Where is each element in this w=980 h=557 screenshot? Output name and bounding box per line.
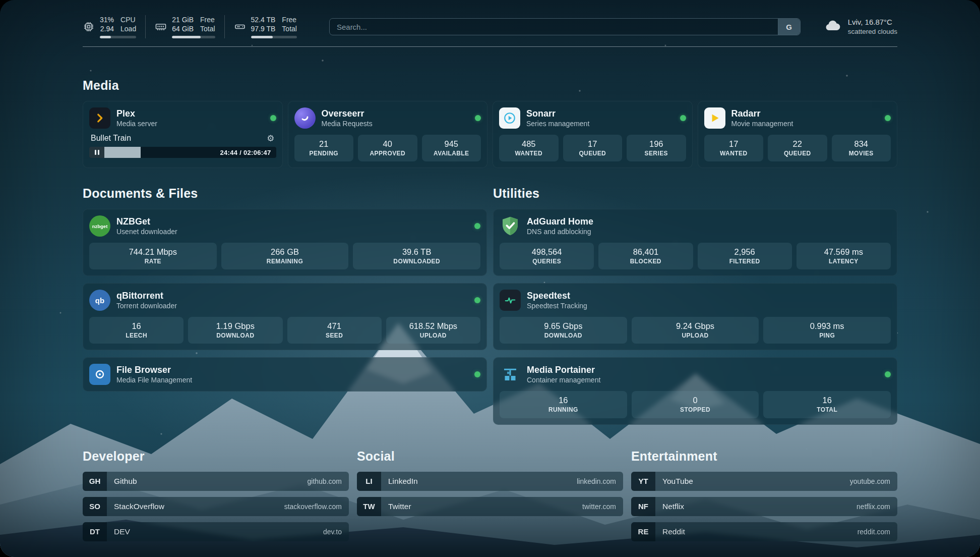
dashboard-window: 31% 2.94 CPU Load <box>0 0 980 557</box>
bookmark-abbr: YT <box>631 472 655 491</box>
section-title-documents: Documents & Files <box>83 186 487 201</box>
filebrowser-status-dot <box>474 371 480 377</box>
bookmark-abbr: TW <box>357 497 381 516</box>
ram-icon <box>155 21 167 33</box>
bookmark-name: Reddit <box>655 527 685 536</box>
overseerr-status-dot <box>475 115 481 121</box>
bookmark-abbr: SO <box>83 497 107 516</box>
app-subtitle-plex: Media server <box>116 120 157 129</box>
sonarr-status-dot <box>680 115 686 121</box>
app-name-nzbget: NZBGet <box>116 216 177 228</box>
bookmark-abbr: RE <box>631 522 655 541</box>
disk-icon <box>234 21 246 33</box>
bookmark-dev[interactable]: DT DEV dev.to <box>83 522 349 541</box>
stat-tile: 16TOTAL <box>763 391 891 418</box>
app-subtitle-sonarr: Series management <box>526 120 589 129</box>
adguard-icon <box>500 215 521 237</box>
bookmark-github[interactable]: GH Github github.com <box>83 472 349 491</box>
app-card-nzbget[interactable]: nzbget NZBGet Usenet downloader 744.21 M… <box>83 209 487 276</box>
app-card-radarr[interactable]: Radarr Movie management 17WANTED 22QUEUE… <box>698 101 898 168</box>
app-card-plex[interactable]: Plex Media server Bullet Train ⚙ <box>83 101 283 168</box>
portainer-icon <box>500 364 521 385</box>
app-card-speedtest[interactable]: Speedtest Speedtest Tracking 9.65 GbpsDO… <box>493 283 897 350</box>
gear-icon[interactable]: ⚙ <box>267 134 274 143</box>
header-divider <box>83 46 897 47</box>
search-bar: G <box>329 18 801 35</box>
disk-widget: 52.4 TB 97.9 TB Free Total <box>224 15 306 38</box>
stat-tile: 834MOVIES <box>832 135 891 161</box>
app-name-plex: Plex <box>116 108 157 120</box>
disk-free-value: 52.4 TB <box>251 15 276 24</box>
pause-button[interactable] <box>89 147 104 158</box>
plex-status-dot <box>270 115 276 121</box>
bookmark-abbr: DT <box>83 522 107 541</box>
radarr-status-dot <box>885 115 891 121</box>
cpu-label-2: Load <box>120 24 136 33</box>
stat-tile: 618.52 MbpsUPLOAD <box>386 317 480 344</box>
stat-tile: 485WANTED <box>499 135 559 161</box>
section-social: Social LI LinkedIn linkedin.com TW Twitt… <box>357 449 623 541</box>
stat-tile: 471SEED <box>287 317 382 344</box>
ram-label-1: Free <box>200 15 215 24</box>
bookmark-youtube[interactable]: YT YouTube youtube.com <box>631 472 897 491</box>
bookmark-name: YouTube <box>655 477 693 486</box>
weather-widget: Lviv, 16.87°C scattered clouds <box>824 17 897 37</box>
bookmark-netflix[interactable]: NF Netflix netflix.com <box>631 497 897 516</box>
bookmark-stackoverflow[interactable]: SO StackOverflow stackoverflow.com <box>83 497 349 516</box>
app-subtitle-portainer: Container management <box>527 376 600 385</box>
bookmark-abbr: NF <box>631 497 655 516</box>
bookmark-reddit[interactable]: RE Reddit reddit.com <box>631 522 897 541</box>
app-card-qbittorrent[interactable]: qb qBittorrent Torrent downloader 16LEEC… <box>83 283 487 350</box>
stat-tile: 9.24 GbpsUPLOAD <box>632 317 759 344</box>
disk-label-1: Free <box>282 15 297 24</box>
app-name-adguard: AdGuard Home <box>527 216 593 228</box>
qbittorrent-icon: qb <box>89 290 110 311</box>
stat-tile: 22QUEUED <box>768 135 827 161</box>
ram-total-value: 64 GiB <box>172 24 194 33</box>
cpu-label-1: CPU <box>120 15 136 24</box>
bookmark-linkedin[interactable]: LI LinkedIn linkedin.com <box>357 472 623 491</box>
stat-tile: 9.65 GbpsDOWNLOAD <box>500 317 627 344</box>
app-subtitle-adguard: DNS and adblocking <box>527 228 593 237</box>
stat-tile: 16LEECH <box>89 317 183 344</box>
bookmark-name: StackOverflow <box>107 502 164 511</box>
ram-free-value: 21 GiB <box>172 15 194 24</box>
bookmark-url: linkedin.com <box>577 477 623 485</box>
plex-progress-bar[interactable]: 24:44 / 02:06:47 <box>89 147 276 158</box>
app-card-sonarr[interactable]: Sonarr Series management 485WANTED 17QUE… <box>493 101 693 168</box>
stat-tile: 0STOPPED <box>632 391 759 418</box>
app-card-adguard[interactable]: AdGuard Home DNS and adblocking 498,564Q… <box>493 209 897 276</box>
cloud-icon <box>824 17 842 37</box>
app-card-portainer[interactable]: Media Portainer Container management 16R… <box>493 357 897 424</box>
app-name-radarr: Radarr <box>731 108 793 120</box>
radarr-icon <box>704 107 725 129</box>
disk-total-value: 97.9 TB <box>251 24 276 33</box>
stat-tile: 266 GBREMAINING <box>221 243 349 269</box>
top-bar: 31% 2.94 CPU Load <box>83 0 897 38</box>
section-media: Media Plex Media server <box>83 78 897 168</box>
section-title-utilities: Utilities <box>493 186 897 201</box>
bookmark-abbr: LI <box>357 472 381 491</box>
app-subtitle-overseerr: Media Requests <box>322 120 373 129</box>
cpu-load-value: 2.94 <box>100 24 114 33</box>
app-card-filebrowser[interactable]: File Browser Media File Management <box>83 357 487 392</box>
app-subtitle-speedtest: Speedtest Tracking <box>527 302 587 311</box>
app-card-overseerr[interactable]: Overseerr Media Requests 21PENDING 40APP… <box>288 101 488 168</box>
section-developer: Developer GH Github github.com SO StackO… <box>83 449 349 541</box>
ram-label-2: Total <box>200 24 215 33</box>
disk-label-2: Total <box>282 24 297 33</box>
bookmark-url: youtube.com <box>850 477 897 485</box>
search-input[interactable] <box>330 19 778 35</box>
search-engine-button[interactable]: G <box>778 19 800 35</box>
system-widgets: 31% 2.94 CPU Load <box>83 15 306 38</box>
bookmark-twitter[interactable]: TW Twitter twitter.com <box>357 497 623 516</box>
stat-tile: 0.993 msPING <box>763 317 891 344</box>
bookmark-url: twitter.com <box>582 503 623 511</box>
bookmark-name: Github <box>107 477 137 486</box>
app-name-filebrowser: File Browser <box>116 364 192 376</box>
bookmark-name: LinkedIn <box>381 477 418 486</box>
app-subtitle-radarr: Movie management <box>731 120 793 129</box>
app-name-overseerr: Overseerr <box>322 108 373 120</box>
progress-fill <box>104 147 141 158</box>
weather-condition: scattered clouds <box>848 27 897 36</box>
